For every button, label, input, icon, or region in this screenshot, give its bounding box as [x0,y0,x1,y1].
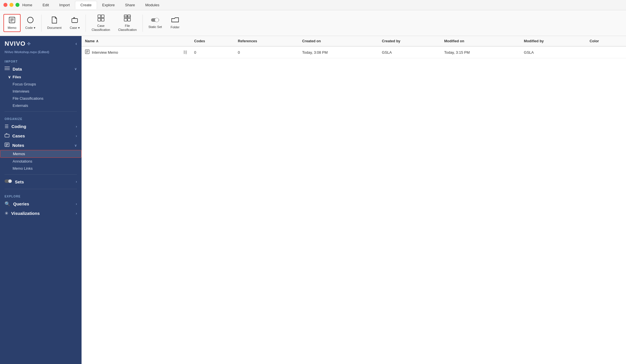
divider-1 [5,111,77,112]
toolbar-folder-button[interactable]: Folder [167,15,184,31]
col-codes: Codes [191,36,234,46]
svg-rect-8 [98,18,101,21]
row-memo-icon [85,49,90,55]
row-created-by: GSLA [379,46,441,58]
col-created-on: Created on [299,36,379,46]
coding-icon: ☰ [5,124,9,129]
svg-point-27 [8,179,12,183]
sidebar-collapse-button[interactable]: ‹ [76,41,77,46]
table-row[interactable]: Interview Memo ⛓ 0 0 Today, 3:08 PM GSLA… [82,46,626,58]
sidebar-item-notes[interactable]: Notes ∨ [0,141,82,150]
maximize-button[interactable] [15,3,19,7]
nav-tab-edit[interactable]: Edit [37,1,54,9]
cases-label: Cases [12,133,25,138]
coding-arrow: › [76,125,77,129]
row-codes: 0 [191,46,234,58]
sets-label: Sets [15,179,24,184]
nav-tab-share[interactable]: Share [120,1,140,9]
case-label: Case ▾ [70,26,80,30]
project-title: NVivo Workshop.nvpx (Edited) [0,50,82,57]
svg-rect-7 [101,15,104,18]
nav-tab-create[interactable]: Create [75,1,97,9]
file-classification-icon [124,14,131,23]
toolbar-case-classification-button[interactable]: CaseClassification [88,12,114,34]
coding-label: Coding [11,124,26,129]
sidebar-item-annotations[interactable]: Annotations [0,158,82,165]
toolbar-sep-2 [86,15,86,32]
explore-section-label: EXPLORE [0,191,82,199]
toolbar-static-set-button[interactable]: Static Set [145,15,165,31]
sidebar-item-data[interactable]: Data ∨ [0,64,82,73]
row-name-cell: Interview Memo [82,46,180,58]
logo-text: NVIVO [5,40,25,47]
toolbar-sep-1 [41,15,41,32]
queries-icon: 🔍 [5,201,10,207]
svg-rect-5 [72,19,78,23]
row-modified-by: GSLA [520,46,586,58]
code-icon [27,16,34,25]
sidebar: NVIVO ✣ ‹ NVivo Workshop.nvpx (Edited) I… [0,36,82,364]
visualizations-label: Visualizations [11,211,40,216]
col-color: Color [586,36,626,46]
main-content: Name ∧ Codes References Created on Creat… [82,36,626,364]
sidebar-item-focus-groups[interactable]: Focus Groups [0,81,82,88]
svg-point-4 [27,17,33,23]
organize-section-label: ORGANIZE [0,114,82,122]
memo-label: Memo [8,26,17,30]
document-label: Document [47,26,62,30]
nav-tab-import[interactable]: Import [54,1,75,9]
link-icon: ⛓ [183,50,187,55]
case-classification-icon [97,14,105,23]
memos-table: Name ∧ Codes References Created on Creat… [82,36,626,58]
svg-rect-21 [5,134,9,137]
nav-tab-explore[interactable]: Explore [97,1,120,9]
close-button[interactable] [3,3,7,7]
divider-3 [5,189,77,189]
toolbar-file-classification-button[interactable]: FileClassification [115,12,140,34]
toolbar-code-button[interactable]: Code ▾ [22,14,39,32]
sidebar-item-interviews[interactable]: Interviews [0,88,82,95]
sidebar-item-queries[interactable]: 🔍 Queries › [0,199,82,209]
sidebar-item-sets[interactable]: Sets › [0,177,82,187]
col-references: References [234,36,299,46]
row-name: Interview Memo [92,50,118,55]
col-modified-on: Modified on [441,36,520,46]
folder-label: Folder [171,25,179,29]
toolbar: Memo Code ▾ Document Case ▾ [0,10,626,36]
svg-rect-12 [124,18,127,21]
col-name[interactable]: Name ∧ [82,36,180,46]
minimize-button[interactable] [9,3,13,7]
col-modified-by: Modified by [520,36,586,46]
cases-icon [5,133,9,139]
toolbar-memo-button[interactable]: Memo [3,14,21,32]
notes-icon [5,143,9,148]
sets-icon [5,179,12,185]
files-expand-icon: ∨ [8,75,11,79]
nav-tab-modules[interactable]: Modules [140,1,165,9]
nav-tab-home[interactable]: Home [17,1,37,9]
sidebar-item-files[interactable]: ∨Files [0,73,82,81]
sidebar-item-memo-links[interactable]: Memo Links [0,165,82,172]
folder-icon [171,17,179,24]
window-controls [3,3,19,7]
data-icon [5,66,10,71]
divider-2 [5,174,77,175]
toolbar-document-button[interactable]: Document [44,14,65,32]
logo-icon: ✣ [27,41,31,46]
logo-area: NVIVO ✣ ‹ [0,36,82,50]
queries-label: Queries [13,201,29,206]
sidebar-item-coding[interactable]: ☰ Coding › [0,122,82,131]
sidebar-item-cases[interactable]: Cases › [0,131,82,141]
svg-rect-13 [128,18,130,21]
case-icon [71,16,78,25]
case-classification-label: CaseClassification [92,24,110,31]
document-icon [51,16,58,25]
sidebar-item-externals[interactable]: Externals [0,102,82,109]
visualizations-arrow: › [76,211,77,215]
sidebar-item-file-classifications[interactable]: File Classifications [0,95,82,102]
static-set-icon [151,17,159,24]
toolbar-case-button[interactable]: Case ▾ [66,14,83,32]
data-arrow: ∨ [74,67,77,71]
sidebar-item-visualizations[interactable]: ✳ Visualizations › [0,209,82,218]
sidebar-item-memos[interactable]: Memos [0,150,82,158]
